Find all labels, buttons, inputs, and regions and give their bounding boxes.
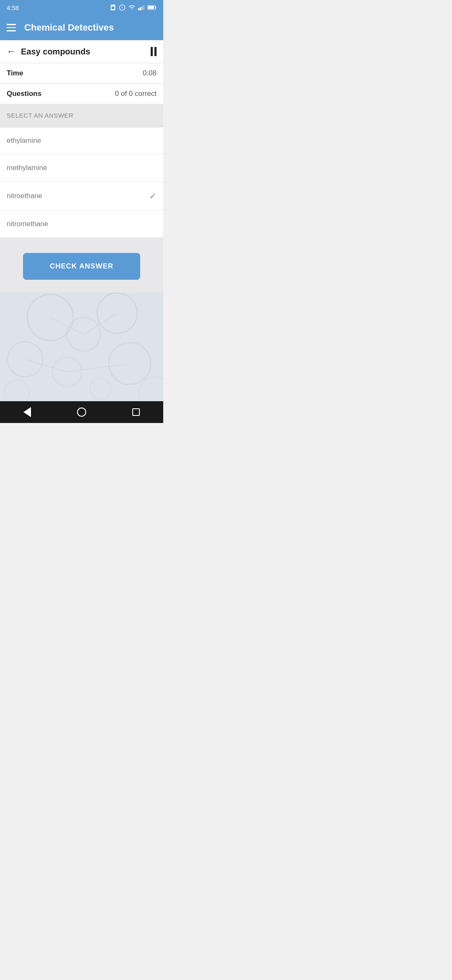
time-label: Time: [7, 69, 23, 77]
svg-rect-10: [155, 7, 156, 9]
questions-row: Questions 0 of 0 correct: [0, 84, 163, 104]
status-icons: [110, 4, 157, 11]
answer-option-text-3: nitromethane: [7, 220, 48, 228]
nav-bar: [0, 401, 163, 423]
answer-option-3[interactable]: nitromethane: [0, 211, 163, 238]
sub-header-title: Easy compounds: [21, 47, 90, 57]
app-bar: Chemical Detectives: [0, 15, 163, 40]
svg-rect-6: [140, 7, 141, 10]
svg-rect-5: [138, 8, 139, 10]
pause-button[interactable]: [151, 47, 157, 56]
options-container: ethylaminemethylaminenitroethane✓nitrome…: [0, 127, 163, 238]
sub-header: ← Easy compounds: [0, 40, 163, 63]
signal-icon: [138, 5, 145, 10]
answer-option-text-0: ethylamine: [7, 137, 41, 145]
nav-recent-button[interactable]: [128, 404, 144, 420]
answer-option-text-2: nitroethane: [7, 192, 42, 200]
svg-line-24: [67, 364, 130, 372]
battery-icon: [147, 5, 157, 10]
time-row: Time 0:08: [0, 63, 163, 84]
svg-rect-1: [112, 6, 115, 9]
svg-line-23: [25, 359, 67, 372]
time-value: 0:08: [143, 69, 157, 77]
svg-rect-7: [141, 6, 143, 10]
nav-home-button[interactable]: [73, 404, 90, 420]
back-button[interactable]: ←: [7, 46, 16, 57]
answer-option-text-1: methylamine: [7, 164, 47, 172]
status-bar: 4:58: [0, 0, 163, 15]
app-title: Chemical Detectives: [24, 22, 114, 33]
check-answer-section: CHECK ANSWER: [0, 238, 163, 292]
svg-point-20: [90, 378, 111, 399]
sim-icon: [110, 4, 116, 11]
wifi-icon: [128, 5, 136, 10]
molecule-section: [0, 292, 163, 401]
answer-option-1[interactable]: methylamine: [0, 155, 163, 182]
check-answer-button[interactable]: CHECK ANSWER: [23, 253, 140, 280]
select-answer-header: SELECT AN ANSWER: [0, 104, 163, 127]
check-mark-icon-2: ✓: [149, 191, 157, 201]
svg-rect-8: [143, 5, 144, 10]
answer-option-0[interactable]: ethylamine: [0, 127, 163, 155]
status-time: 4:58: [7, 4, 19, 11]
svg-point-19: [4, 380, 29, 401]
questions-value: 0 of 0 correct: [115, 90, 157, 98]
sub-header-left: ← Easy compounds: [7, 46, 90, 57]
menu-icon[interactable]: [7, 24, 16, 31]
notification-icon: [119, 4, 126, 11]
questions-label: Questions: [7, 90, 41, 98]
molecule-background: [0, 292, 163, 401]
select-answer-text: SELECT AN ANSWER: [7, 112, 73, 119]
svg-point-4: [122, 8, 122, 9]
svg-rect-11: [148, 6, 154, 9]
nav-back-button[interactable]: [19, 404, 36, 420]
answer-option-2[interactable]: nitroethane✓: [0, 182, 163, 211]
